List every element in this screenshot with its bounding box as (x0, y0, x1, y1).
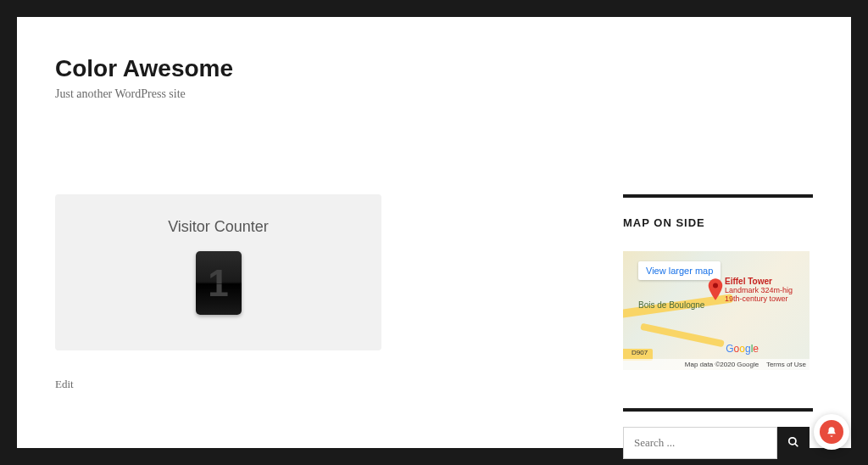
search-input[interactable] (623, 427, 777, 459)
svg-point-1 (789, 437, 796, 444)
map-marker-subtitle: Landmark 324m-hig 19th-century tower (725, 287, 810, 304)
visitor-counter-digit: 1 (196, 251, 242, 315)
map-marker-icon[interactable] (708, 278, 723, 294)
map-marker-title: Eiffel Tower (725, 277, 772, 286)
svg-line-2 (795, 443, 798, 446)
bell-icon (820, 420, 843, 444)
search-form (623, 427, 810, 459)
page-wrapper: Color Awesome Just another WordPress sit… (17, 17, 851, 448)
svg-point-0 (713, 283, 718, 289)
main-content: Visitor Counter 1 Edit (55, 194, 381, 465)
search-button[interactable] (777, 427, 810, 459)
visitor-counter-title: Visitor Counter (72, 218, 364, 236)
google-logo: Google (726, 343, 759, 355)
edit-link[interactable]: Edit (55, 378, 381, 391)
map-embed[interactable]: View larger map Eiffel Tower Landmark 32… (623, 251, 810, 370)
map-data-text: Map data ©2020 Google (685, 361, 759, 368)
map-terms-link[interactable]: Terms of Use (766, 361, 806, 368)
notification-bell-button[interactable] (814, 414, 849, 450)
content-area: Visitor Counter 1 Edit MAP ON SIDE View … (55, 194, 813, 465)
map-widget-title: MAP ON SIDE (623, 216, 813, 229)
site-header: Color Awesome Just another WordPress sit… (55, 55, 813, 101)
view-larger-map-link[interactable]: View larger map (638, 261, 721, 280)
visitor-counter-widget: Visitor Counter 1 (55, 194, 381, 350)
map-widget: MAP ON SIDE View larger map Eiffel Tower… (623, 194, 813, 370)
site-description: Just another WordPress site (55, 87, 813, 101)
map-road-label: D907 (630, 349, 649, 356)
widget-divider (623, 408, 813, 412)
search-widget (623, 408, 813, 459)
search-icon (787, 436, 799, 451)
map-attribution: Map data ©2020 Google Terms of Use (623, 359, 810, 370)
widget-divider (623, 194, 813, 198)
map-place-label: Bois de Boulogne (638, 300, 704, 310)
site-title[interactable]: Color Awesome (55, 55, 813, 82)
sidebar: MAP ON SIDE View larger map Eiffel Tower… (623, 194, 813, 465)
